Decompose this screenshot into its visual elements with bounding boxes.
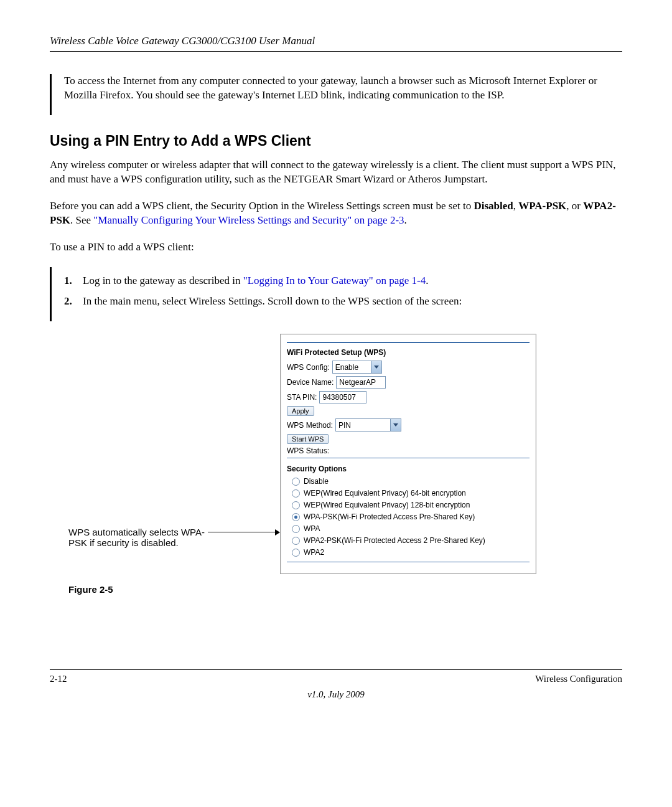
security-option-label: WPA2-PSK(Wi-Fi Protected Access 2 Pre-Sh… (304, 536, 485, 545)
section-heading: Using a PIN Entry to Add a WPS Client (50, 133, 622, 149)
callout: WPS automatically selects WPA-PSK if sec… (68, 334, 218, 548)
security-option-wpapsk[interactable]: WPA-PSK(Wi-Fi Protected Access Pre-Share… (292, 512, 530, 521)
wps-config-row: WPS Config: Enable (287, 361, 530, 374)
security-option-label: WEP(Wired Equivalent Privacy) 128-bit en… (304, 501, 470, 509)
crossref-manual-config[interactable]: "Manually Configuring Your Wireless Sett… (93, 214, 404, 226)
change-bar-icon (50, 267, 52, 322)
steps-list: 1. Log in to the gateway as described in… (64, 271, 622, 316)
security-option-wep128[interactable]: WEP(Wired Equivalent Privacy) 128-bit en… (292, 501, 530, 509)
wps-method-value: PIN (338, 421, 351, 430)
wps-status-row: WPS Status: (287, 446, 530, 455)
divider (287, 562, 530, 562)
security-option-label: WPA2 (304, 548, 324, 557)
crossref-logging-in[interactable]: "Logging In to Your Gateway" on page 1-4 (243, 275, 426, 286)
figure-caption: Figure 2-5 (68, 584, 622, 595)
footer-version: v1.0, July 2009 (50, 689, 622, 700)
intro-block: To access the Internet from any computer… (50, 74, 622, 115)
chevron-down-icon (390, 419, 401, 431)
step-number: 1. (64, 273, 72, 288)
radio-icon (292, 537, 300, 545)
wps-status-label: WPS Status: (287, 446, 329, 455)
step1-end: . (426, 275, 428, 286)
step1-pre: Log in to the gateway as described in (83, 275, 243, 286)
figure-area: WPS automatically selects WPA-PSK if sec… (68, 334, 622, 574)
device-name-input[interactable] (336, 376, 386, 389)
radio-icon (292, 549, 300, 557)
step2-text: In the main menu, select Wireless Settin… (83, 295, 462, 307)
wps-config-value: Enable (335, 363, 358, 372)
security-option-disable[interactable]: Disable (292, 477, 530, 486)
security-option-label: WEP(Wired Equivalent Privacy) 64-bit enc… (304, 489, 466, 498)
device-name-row: Device Name: (287, 376, 530, 389)
apply-button[interactable]: Apply (287, 406, 314, 416)
radio-icon (292, 501, 300, 509)
paragraph-1: Any wireless computer or wireless adapte… (50, 158, 622, 187)
start-wps-button[interactable]: Start WPS (287, 434, 329, 444)
security-option-wep64[interactable]: WEP(Wired Equivalent Privacy) 64-bit enc… (292, 489, 530, 498)
header: Wireless Cable Voice Gateway CG3000/CG31… (50, 35, 622, 52)
page: Wireless Cable Voice Gateway CG3000/CG31… (0, 0, 672, 725)
wps-config-select[interactable]: Enable (332, 361, 382, 374)
security-option-wpa2[interactable]: WPA2 (292, 548, 530, 557)
divider (287, 458, 530, 458)
paragraph-3: To use a PIN to add a WPS client: (50, 240, 622, 255)
security-option-label: WPA (304, 524, 320, 533)
security-option-wpa2psk[interactable]: WPA2-PSK(Wi-Fi Protected Access 2 Pre-Sh… (292, 536, 530, 545)
p2-bold-disabled: Disabled (474, 200, 513, 212)
wps-method-row: WPS Method: PIN (287, 418, 530, 432)
sta-pin-input[interactable] (319, 391, 366, 404)
change-bar-icon (50, 74, 52, 115)
security-option-wpa[interactable]: WPA (292, 524, 530, 533)
start-wps-row: Start WPS (287, 434, 530, 444)
radio-checked-icon (292, 513, 300, 521)
header-title: Wireless Cable Voice Gateway CG3000/CG31… (50, 35, 315, 47)
sta-pin-label: STA PIN: (287, 393, 317, 402)
wps-method-select[interactable]: PIN (335, 418, 401, 432)
p2-pre: Before you can add a WPS client, the Sec… (50, 200, 474, 212)
divider (287, 342, 530, 343)
footer-section-name: Wireless Configuration (535, 674, 622, 684)
steps-block: 1. Log in to the gateway as described in… (50, 267, 622, 322)
footer-divider (50, 669, 622, 670)
radio-icon (292, 478, 300, 486)
paragraph-2: Before you can add a WPS client, the Sec… (50, 199, 622, 228)
device-name-label: Device Name: (287, 378, 334, 387)
wps-method-label: WPS Method: (287, 421, 333, 430)
p2-mid: . See (70, 214, 93, 226)
wps-panel: WiFi Protected Setup (WPS) WPS Config: E… (280, 334, 536, 574)
wps-config-label: WPS Config: (287, 363, 330, 372)
footer: 2-12 Wireless Configuration v1.0, July 2… (50, 669, 622, 700)
intro-paragraph: To access the Internet from any computer… (64, 74, 622, 103)
security-option-label: Disable (304, 477, 329, 486)
step-2: 2. In the main menu, select Wireless Set… (64, 294, 622, 309)
step-number: 2. (64, 294, 72, 309)
footer-page-number: 2-12 (50, 674, 67, 684)
chevron-down-icon (371, 361, 381, 373)
callout-arrow-icon (275, 529, 280, 536)
security-group-title: Security Options (287, 465, 530, 473)
sta-pin-row: STA PIN: (287, 391, 530, 404)
radio-icon (292, 525, 300, 533)
footer-row: 2-12 Wireless Configuration (50, 674, 622, 684)
p2-end: . (404, 214, 407, 226)
security-option-label: WPA-PSK(Wi-Fi Protected Access Pre-Share… (304, 512, 475, 521)
p2-bold-wpapsk: WPA-PSK (518, 200, 566, 212)
wps-group-title: WiFi Protected Setup (WPS) (287, 348, 530, 357)
step-1: 1. Log in to the gateway as described in… (64, 273, 622, 288)
callout-line-icon (208, 532, 278, 532)
radio-icon (292, 489, 300, 498)
callout-text: WPS automatically selects WPA-PSK if sec… (68, 527, 205, 548)
apply-row: Apply (287, 406, 530, 416)
